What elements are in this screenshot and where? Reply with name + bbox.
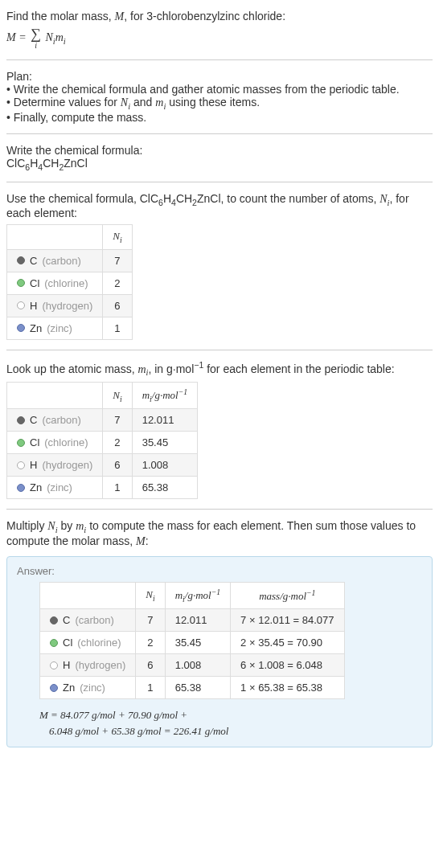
final-line2: 6.048 g/mol + 65.38 g/mol = 226.41 g/mol (49, 723, 422, 739)
plan-bullet-2: • Determine values for Ni and mi using t… (6, 96, 433, 111)
plan-bullet-3: • Finally, compute the mass. (6, 111, 433, 124)
formula-m: m (55, 31, 64, 43)
element-dot-icon (50, 661, 58, 669)
divider (6, 59, 433, 60)
plan-section: Plan: • Write the chemical formula and g… (6, 67, 433, 127)
plan-title: Plan: (6, 70, 433, 83)
element-dot-icon (17, 416, 25, 424)
divider (6, 182, 433, 182)
formula-m-sub: i (64, 37, 66, 46)
final-line1: M = 84.077 g/mol + 70.90 g/mol + (39, 707, 422, 723)
n-header: Ni (103, 225, 132, 250)
intro-section: Find the molar mass, M, for 3-chlorobenz… (6, 6, 433, 53)
multiply-intro: Multiply Ni by mi to compute the mass fo… (6, 519, 433, 548)
sigma: ∑ (31, 27, 41, 41)
lookup-intro: Look up the atomic mass, mi, in g·mol−1 … (6, 360, 433, 377)
formula-N: N (45, 31, 52, 43)
element-dot-icon (50, 684, 58, 692)
lookup-section: Look up the atomic mass, mi, in g·mol−1 … (6, 357, 433, 502)
chemical-formula: ClC6H4CH2ZnCl (6, 157, 433, 172)
table-header-row: Ni mi/g·mol−1 mass/g·mol−1 (40, 583, 345, 609)
element-dot-icon (17, 279, 25, 287)
intro-formula: M = ∑i Nimi (6, 27, 433, 50)
element-dot-icon (17, 461, 25, 469)
element-dot-icon (17, 484, 25, 492)
table-row: Cl (chlorine) 2 35.45 2 × 35.45 = 70.90 (40, 632, 345, 654)
table-row: Zn (zinc) 1 65.38 (7, 477, 198, 499)
intro-part2: , for 3-chlorobenzylzinc chloride: (124, 10, 285, 23)
table-header-row: Ni (7, 225, 133, 250)
table-row: Cl (chlorine) 2 35.45 (7, 432, 198, 454)
answer-table: Ni mi/g·mol−1 mass/g·mol−1 C (carbon) 7 … (39, 582, 345, 699)
final-equation: M = 84.077 g/mol + 70.90 g/mol + 6.048 g… (39, 707, 422, 739)
lookup-table: Ni mi/g·mol−1 C (carbon) 7 12.011 Cl (ch… (6, 382, 198, 499)
divider (6, 509, 433, 510)
table-row: Zn (zinc) 1 65.38 1 × 65.38 = 65.38 (40, 677, 345, 699)
count-table: Ni C (carbon) 7 Cl (chlorine) 2 H (hydro… (6, 224, 133, 340)
element-dot-icon (17, 256, 25, 264)
write-title: Write the chemical formula: (6, 144, 433, 157)
table-row: H (hydrogen) 6 1.008 (7, 454, 198, 477)
plan-bullet-1: • Write the chemical formula and gather … (6, 83, 433, 96)
table-header-row: Ni mi/g·mol−1 (7, 383, 198, 409)
element-dot-icon (17, 324, 25, 332)
formula-M-eq: M = (6, 31, 29, 43)
multiply-section: Multiply Ni by mi to compute the mass fo… (6, 516, 433, 551)
table-row: H (hydrogen) 6 (7, 294, 133, 317)
sum-sub: i (35, 41, 37, 50)
intro-text: Find the molar mass, M, for 3-chlorobenz… (6, 10, 433, 23)
table-row: C (carbon) 7 12.011 (7, 409, 198, 432)
count-intro: Use the chemical formula, ClC6H4CH2ZnCl,… (6, 192, 433, 220)
element-dot-icon (17, 439, 25, 447)
divider (6, 133, 433, 134)
answer-title: Answer: (17, 565, 422, 577)
divider (6, 350, 433, 350)
element-dot-icon (50, 639, 58, 647)
write-formula-section: Write the chemical formula: ClC6H4CH2ZnC… (6, 141, 433, 175)
element-dot-icon (50, 616, 58, 624)
table-row: Cl (chlorine) 2 (7, 272, 133, 294)
sum-symbol: ∑i (31, 27, 41, 50)
empty-header (7, 225, 103, 250)
count-atoms-section: Use the chemical formula, ClC6H4CH2ZnCl,… (6, 189, 433, 343)
table-row: Zn (zinc) 1 (7, 317, 133, 339)
intro-var-M: M (115, 10, 125, 23)
element-dot-icon (17, 301, 25, 309)
table-row: C (carbon) 7 12.011 7 × 12.011 = 84.077 (40, 609, 345, 632)
intro-part1: Find the molar mass, (6, 10, 115, 23)
table-row: C (carbon) 7 (7, 249, 133, 272)
answer-box: Answer: Ni mi/g·mol−1 mass/g·mol−1 C (ca… (6, 556, 433, 747)
table-row: H (hydrogen) 6 1.008 6 × 1.008 = 6.048 (40, 654, 345, 677)
